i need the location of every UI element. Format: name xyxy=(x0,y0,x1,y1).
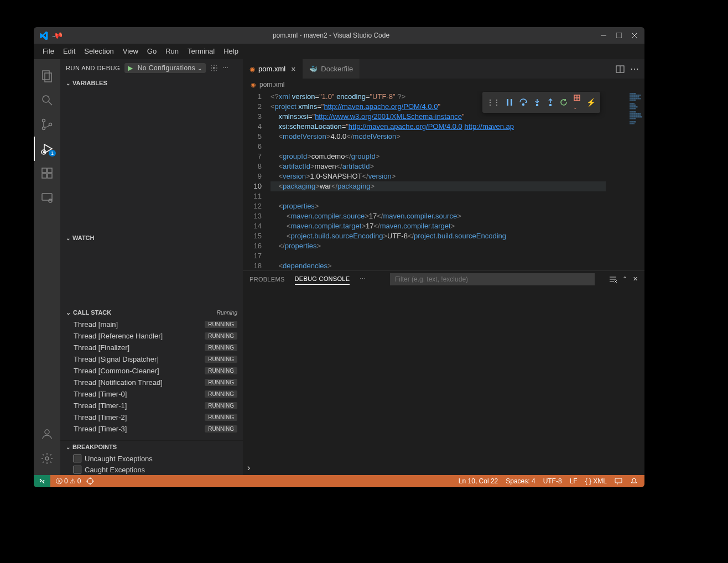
thread-name: Thread [Timer-0] xyxy=(74,390,127,398)
feedback-icon[interactable] xyxy=(615,477,622,485)
activity-extensions[interactable] xyxy=(34,161,60,185)
thread-status: RUNNING xyxy=(205,402,237,409)
editor-body[interactable]: ⋮⋮ xyxy=(243,91,644,270)
thread-row[interactable]: Thread [Finalizer]RUNNING xyxy=(60,342,243,353)
expand-breadcrumb-icon[interactable]: › xyxy=(247,463,250,473)
svg-rect-5 xyxy=(45,73,51,82)
debug-console-body[interactable]: › xyxy=(243,288,644,475)
svg-rect-26 xyxy=(511,99,512,106)
configure-gear-icon[interactable] xyxy=(210,64,218,72)
breadcrumb[interactable]: ◉ pom.xml xyxy=(243,79,644,91)
debug-target-icon[interactable] xyxy=(86,477,94,485)
vscode-logo-icon xyxy=(39,31,48,40)
svg-line-7 xyxy=(49,102,52,105)
errors-warnings[interactable]: ⓧ0 ⚠0 xyxy=(56,477,81,486)
thread-row[interactable]: Thread [Timer-3]RUNNING xyxy=(60,423,243,435)
collapse-panel-icon[interactable]: ⌃ xyxy=(622,275,627,283)
encoding[interactable]: UTF-8 xyxy=(543,477,562,485)
menu-edit[interactable]: Edit xyxy=(59,45,80,58)
svg-point-13 xyxy=(43,152,44,153)
activity-search[interactable] xyxy=(34,88,60,112)
restart-button[interactable] xyxy=(560,98,568,106)
line-numbers: 12345678910111213141516171819 xyxy=(243,91,271,270)
chevron-down-icon: ⌄ xyxy=(66,309,71,316)
minimap[interactable]: ████████████████████████████████████████… xyxy=(606,91,644,270)
thread-row[interactable]: Thread [Notification Thread]RUNNING xyxy=(60,377,243,388)
menu-selection[interactable]: Selection xyxy=(80,45,118,58)
menu-view[interactable]: View xyxy=(118,45,143,58)
menu-run[interactable]: Run xyxy=(161,45,183,58)
drag-handle-icon[interactable]: ⋮⋮ xyxy=(487,98,500,106)
more-actions-icon[interactable]: ⋯ xyxy=(222,65,229,72)
variables-header[interactable]: ⌄ VARIABLES xyxy=(60,77,243,89)
thread-row[interactable]: Thread [Reference Handler]RUNNING xyxy=(60,330,243,342)
sidebar: RUN AND DEBUG ▶ No Configurations ⌄ ⋯ ⌄ … xyxy=(60,59,243,475)
tab-pom-xml[interactable]: ◉ pom.xml × xyxy=(243,59,303,79)
cursor-position[interactable]: Ln 10, Col 22 xyxy=(459,477,498,485)
minimize-button[interactable] xyxy=(600,32,607,39)
more-panel-tabs-icon[interactable]: ⋯ xyxy=(360,275,366,283)
tab-bar: ◉ pom.xml × 🐳 Dockerfile ⋯ xyxy=(243,59,644,79)
activity-run-debug[interactable]: 1 xyxy=(34,137,60,161)
watch-header[interactable]: ⌄ WATCH xyxy=(60,232,243,244)
more-editor-actions-icon[interactable]: ⋯ xyxy=(630,64,639,74)
eol[interactable]: LF xyxy=(570,477,578,485)
thread-row[interactable]: Thread [main]RUNNING xyxy=(60,319,243,330)
close-button[interactable] xyxy=(631,32,638,39)
split-editor-icon[interactable] xyxy=(616,65,625,74)
menu-go[interactable]: Go xyxy=(143,45,161,58)
breakpoint-row[interactable]: Caught Exceptions xyxy=(60,464,243,475)
tab-dockerfile[interactable]: 🐳 Dockerfile xyxy=(303,59,360,79)
lower-panel-tabs: PROBLEMS DEBUG CONSOLE ⋯ ⌃ ✕ xyxy=(243,271,644,288)
main-area: 1 RUN AND DEBUG ▶ xyxy=(34,59,644,475)
activity-remote[interactable] xyxy=(34,185,60,210)
activity-source-control[interactable] xyxy=(34,112,60,137)
menu-help[interactable]: Help xyxy=(219,45,243,58)
clear-console-icon[interactable] xyxy=(609,275,617,283)
thread-row[interactable]: Thread [Timer-2]RUNNING xyxy=(60,411,243,423)
thread-status: RUNNING xyxy=(205,321,237,328)
notifications-icon[interactable] xyxy=(630,477,638,485)
activity-explorer[interactable] xyxy=(34,64,60,88)
close-tab-icon[interactable]: × xyxy=(291,65,295,74)
indentation[interactable]: Spaces: 4 xyxy=(506,477,535,485)
svg-rect-4 xyxy=(43,71,49,80)
hot-reload-button[interactable]: ⚡ xyxy=(586,98,596,107)
breakpoints-header[interactable]: ⌄ BREAKPOINTS xyxy=(60,441,243,453)
chevron-down-icon: ⌄ xyxy=(66,444,70,450)
code-content[interactable]: <?xml version="1.0" encoding="UTF-8" ?><… xyxy=(271,91,606,270)
menu-terminal[interactable]: Terminal xyxy=(183,45,219,58)
tab-problems[interactable]: PROBLEMS xyxy=(249,274,285,285)
tab-debug-console[interactable]: DEBUG CONSOLE xyxy=(295,273,350,285)
debug-console-filter-input[interactable] xyxy=(390,273,595,285)
breakpoint-checkbox[interactable] xyxy=(74,455,81,462)
titlebar: 📌 pom.xml - maven2 - Visual Studio Code xyxy=(34,27,644,44)
activity-settings[interactable] xyxy=(34,446,60,471)
thread-row[interactable]: Thread [Common-Cleaner]RUNNING xyxy=(60,365,243,377)
breakpoint-checkbox[interactable] xyxy=(74,466,81,473)
section-watch: ⌄ WATCH xyxy=(60,232,243,306)
debug-toolbar: ⋮⋮ xyxy=(482,92,600,113)
run-config-label: No Configurations xyxy=(138,64,196,72)
close-panel-icon[interactable]: ✕ xyxy=(633,275,638,283)
menu-file[interactable]: File xyxy=(38,45,59,58)
thread-row[interactable]: Thread [Timer-1]RUNNING xyxy=(60,400,243,411)
step-over-button[interactable] xyxy=(519,98,528,106)
maximize-button[interactable] xyxy=(616,32,622,39)
warning-icon: ⚠ xyxy=(70,477,76,485)
step-out-button[interactable] xyxy=(547,98,554,106)
breakpoint-row[interactable]: Uncaught Exceptions xyxy=(60,453,243,464)
language-mode[interactable]: { } XML xyxy=(585,477,607,485)
menubar: File Edit Selection View Go Run Terminal… xyxy=(34,44,644,59)
callstack-header[interactable]: ⌄ CALL STACK Running xyxy=(60,306,243,319)
step-into-button[interactable] xyxy=(533,98,541,106)
remote-indicator[interactable] xyxy=(34,475,50,487)
vscode-window: 📌 pom.xml - maven2 - Visual Studio Code … xyxy=(34,27,644,487)
pause-button[interactable] xyxy=(506,98,513,106)
thread-row[interactable]: Thread [Timer-0]RUNNING xyxy=(60,388,243,400)
activity-accounts[interactable] xyxy=(34,422,60,446)
svg-rect-1 xyxy=(616,33,622,38)
thread-row[interactable]: Thread [Signal Dispatcher]RUNNING xyxy=(60,353,243,365)
run-configuration-dropdown[interactable]: ▶ No Configurations ⌄ xyxy=(124,63,206,73)
stop-button[interactable]: ⌄ xyxy=(573,94,581,111)
